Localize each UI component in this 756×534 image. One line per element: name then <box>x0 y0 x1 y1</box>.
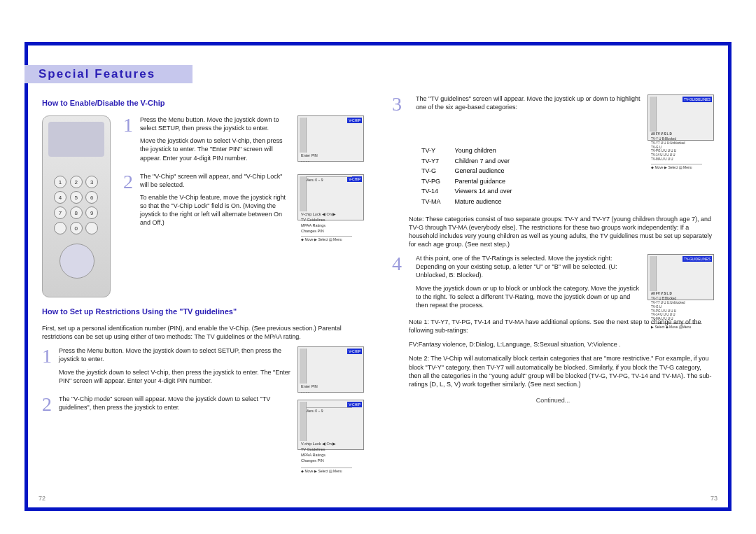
header-title: Special Features <box>38 67 155 81</box>
page-frame: Special Features How to Enable/Disable t… <box>24 42 732 511</box>
step3-row: 3 The "TV guidelines" screen will appear… <box>392 94 714 141</box>
ratings-table: TV-YYoung children TV-Y7Children 7 and o… <box>420 145 513 208</box>
right-page: 3 The "TV guidelines" screen will appear… <box>378 94 728 507</box>
note-groups: Note: These categories consist of two se… <box>409 215 714 249</box>
step-number-4: 4 <box>392 254 409 314</box>
step-number-3: 3 <box>392 94 409 141</box>
subhead-tvguidelines: How to Set up Restrictions Using the "TV… <box>42 307 364 316</box>
remote-illustration: 123 456 789 0 <box>42 115 111 297</box>
page-container: Special Features How to Enable/Disable t… <box>0 0 756 534</box>
osd-column-2: V-CHIP Enter PIN - - - - ▤ Menu 0 ~ 9 V-… <box>298 346 364 450</box>
continued-text: Continued... <box>392 397 714 404</box>
tvg-block: 1 Press the Menu button. Move the joysti… <box>42 346 364 450</box>
osd-enter-pin: V-CHIP Enter PIN - - - - ▤ Menu 0 ~ 9 <box>298 115 364 162</box>
step2a-text: The "V-Chip" screen will appear, and "V-… <box>140 172 290 189</box>
content-area: How to Enable/Disable the V-Chip 123 456… <box>28 94 728 507</box>
bstep-number-2: 2 <box>42 395 59 416</box>
step4-row: 4 At this point, one of the TV-Ratings i… <box>392 254 714 314</box>
bstep1b-text: Move the joystick down to select V-chip,… <box>59 368 290 385</box>
header-bar: Special Features <box>24 65 192 83</box>
bstep1a-text: Press the Menu button. Move the joystick… <box>59 346 290 363</box>
osd-tvguidelines-2: TV-GUIDELINES All FV V S L D TV-Y U B:Bl… <box>648 254 714 300</box>
step4a-text: At this point, one of the TV-Ratings is … <box>416 254 640 279</box>
step-number-2: 2 <box>123 172 140 232</box>
note2: Note 2: The V-Chip will automatically bl… <box>409 354 714 388</box>
step3-text: The "TV guidelines" screen will appear. … <box>416 94 640 111</box>
intro-para: First, set up a personal identification … <box>42 324 364 341</box>
osd-enter-pin-2: V-CHIP Enter PIN - - - - ▤ Menu 0 ~ 9 <box>298 346 364 393</box>
osd-column-1: V-CHIP Enter PIN - - - - ▤ Menu 0 ~ 9 V-… <box>298 115 364 297</box>
step2b-text: To enable the V-Chip feature, move the j… <box>140 193 290 227</box>
subhead-vchip: How to Enable/Disable the V-Chip <box>42 99 364 107</box>
step1a-text: Press the Menu button. Move the joystick… <box>140 115 290 132</box>
bstep2-text: The "V-Chip mode" screen will appear. Mo… <box>59 395 290 412</box>
osd-tvguidelines-1: TV-GUIDELINES All FV V S L D TV-Y U B:Bl… <box>648 94 714 141</box>
step1b-text: Move the joystick down to select V-chip,… <box>140 136 290 162</box>
step4b-text: Move the joystick down or up to block or… <box>416 284 640 309</box>
vchip-block: 123 456 789 0 1 Press the Menu button. M… <box>42 115 364 297</box>
page-number-left: 72 <box>38 495 46 502</box>
left-page: How to Enable/Disable the V-Chip 123 456… <box>28 94 378 507</box>
step-number-1: 1 <box>123 115 140 167</box>
vchip-steps: 1 Press the Menu button. Move the joysti… <box>123 115 290 297</box>
page-number-right: 73 <box>710 495 718 502</box>
subratings-line: FV:Fantasy violence, D:Dialog, L:Languag… <box>409 340 714 349</box>
bstep-number-1: 1 <box>42 346 59 389</box>
